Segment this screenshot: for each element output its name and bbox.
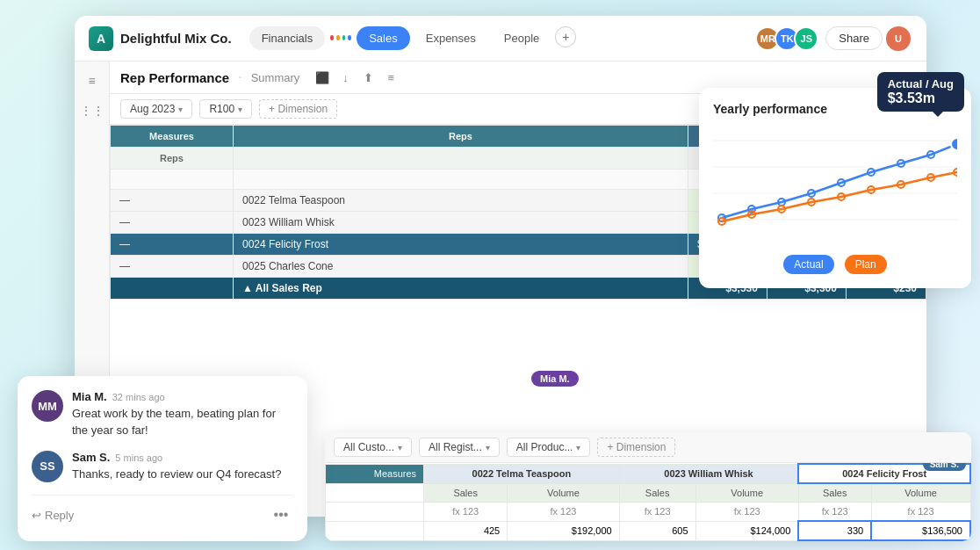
fx-b4: fx 123 <box>695 503 798 522</box>
comment-header-2: Sam S. 5 mins ago <box>72 451 281 464</box>
toolbar-icon-1[interactable]: ⬛ <box>313 69 331 86</box>
bottom-dimension-button[interactable]: + Dimension <box>597 438 675 457</box>
chart-area <box>713 123 957 246</box>
fx-b2: fx 123 <box>508 503 619 522</box>
comment-content-2: Sam S. 5 mins ago Thanks, ready to revie… <box>72 451 281 482</box>
logo-area: A Delightful Mix Co. <box>89 26 232 51</box>
val-136k: $136,500 <box>871 521 970 540</box>
sidebar-drag-icon[interactable]: ⋮⋮ <box>83 102 101 119</box>
comment-text-1: Great work by the team, beating plan for… <box>72 406 293 438</box>
sales-tab-dots <box>330 33 351 42</box>
val-124k: $124,000 <box>695 521 798 540</box>
sam-badge: Sam S. <box>923 463 966 471</box>
bottom-measures-label: Measures <box>326 464 424 483</box>
add-tab-button[interactable]: + <box>555 26 576 47</box>
empty-cell <box>326 483 424 503</box>
bottom-table-card: All Custo... ▾ All Regist... ▾ All Produ… <box>325 432 971 541</box>
measures-header: Measures <box>111 126 234 148</box>
val-425: 425 <box>424 521 508 540</box>
comments-card: MM Mia M. 32 mins ago Great work by the … <box>18 376 307 541</box>
fx-cell-2 <box>234 170 688 190</box>
sam-avatar: SS <box>32 451 63 482</box>
chevron-2: ▾ <box>486 443 490 452</box>
toolbar-icon-3[interactable]: ⬆ <box>359 69 377 86</box>
reps-header: Reps <box>234 126 688 148</box>
avatar-3: JS <box>794 26 818 51</box>
col-sales-2: Sales <box>619 483 695 503</box>
user-avatar: U <box>884 25 912 53</box>
chevron-1: ▾ <box>398 443 402 452</box>
tab-people[interactable]: People <box>492 26 551 50</box>
person-header-2: 0023 William Whisk <box>619 464 798 483</box>
bottom-filter-1[interactable]: All Custo... ▾ <box>334 438 412 457</box>
dot-red <box>330 35 334 40</box>
logo-icon: A <box>89 26 113 51</box>
row-name-3: 0024 Felicity Frost <box>234 234 688 256</box>
dimension-button[interactable]: + Dimension <box>259 99 337 119</box>
tab-expenses[interactable]: Expenses <box>414 26 488 50</box>
bottom-empty-cell <box>326 521 424 540</box>
toolbar-icon-4[interactable]: ≡ <box>382 69 400 86</box>
val-330: 330 <box>798 521 871 540</box>
col-volume-2: Volume <box>695 483 798 503</box>
toolbar-icons: ⬛ ↓ ⬆ ≡ <box>313 69 400 86</box>
sidebar-menu-icon[interactable]: ≡ <box>83 72 101 90</box>
val-605: 605 <box>619 521 695 540</box>
fx-b5: fx 123 <box>798 503 871 522</box>
row-name-1: 0022 Telma Teaspoon <box>234 190 688 212</box>
comment-header-1: Mia M. 32 mins ago <box>72 390 293 403</box>
bottom-filter-2[interactable]: All Regist... ▾ <box>419 438 500 457</box>
legend-plan[interactable]: Plan <box>845 255 887 274</box>
chart-card: Actual / Aug $3.53m Yearly performance <box>699 88 971 288</box>
bottom-table-container: Measures 0022 Telma Teaspoon 0023 Willia… <box>325 463 971 541</box>
comment-content-1: Mia M. 32 mins ago Great work by the tea… <box>72 390 293 438</box>
comment-item-2: SS Sam S. 5 mins ago Thanks, ready to re… <box>32 451 293 482</box>
svg-point-12 <box>951 138 957 150</box>
val-192k: $192,000 <box>508 521 619 540</box>
dot-blue <box>348 35 351 40</box>
share-button[interactable]: Share <box>825 26 883 50</box>
col-volume-1: Volume <box>508 483 619 503</box>
mia-avatar: MM <box>32 390 63 422</box>
legend-actual[interactable]: Actual <box>783 255 833 274</box>
row-indent-4: — <box>111 256 234 278</box>
row-indent-1: — <box>111 190 234 212</box>
total-name: ▲ All Sales Rep <box>234 278 688 300</box>
chart-svg <box>713 123 957 246</box>
view-subtitle: Summary <box>251 71 300 84</box>
reply-button[interactable]: ↩ Reply <box>32 509 74 522</box>
bottom-data-row: 425 $192,000 605 $124,000 330 $136,500 <box>326 521 971 540</box>
fx-empty <box>326 503 424 522</box>
total-indent <box>111 278 234 300</box>
chevron-3: ▾ <box>576 443 580 452</box>
range-filter-chevron: ▾ <box>238 105 242 114</box>
fx-b1: fx 123 <box>424 503 508 522</box>
toolbar-icon-2[interactable]: ↓ <box>336 69 354 86</box>
comment-text-2: Thanks, ready to review our Q4 forecast? <box>72 467 281 482</box>
comment-item-1: MM Mia M. 32 mins ago Great work by the … <box>32 390 293 438</box>
chart-legend: Actual Plan <box>713 255 957 274</box>
more-options-button[interactable]: ••• <box>269 503 293 527</box>
bottom-filter-3[interactable]: All Produc... ▾ <box>507 438 591 457</box>
dot-yellow <box>336 35 340 40</box>
toolbar-separator: · <box>238 69 241 85</box>
view-title: Rep Performance <box>120 70 229 85</box>
row-indent-2: — <box>111 212 234 234</box>
app-header: A Delightful Mix Co. Financials Sales Ex… <box>75 16 926 62</box>
range-filter[interactable]: R100 ▾ <box>199 99 252 119</box>
fx-cell-1 <box>111 170 234 190</box>
tab-sales[interactable]: Sales <box>357 26 410 50</box>
period-filter[interactable]: Aug 2023 ▾ <box>120 99 192 119</box>
reps-subheader: Reps <box>111 148 234 170</box>
tab-financials[interactable]: Financials <box>249 26 326 50</box>
chart-tooltip: Actual / Aug $3.53m <box>877 72 964 112</box>
row-name-2: 0023 William Whisk <box>234 212 688 234</box>
reply-icon: ↩ <box>32 509 41 522</box>
comment-time-1: 32 mins ago <box>112 392 165 402</box>
mia-badge: Mia M. <box>531 371 579 387</box>
comment-footer: ↩ Reply ••• <box>32 495 293 527</box>
name-subheader <box>234 148 688 170</box>
bottom-data-table: Measures 0022 Telma Teaspoon 0023 Willia… <box>325 463 971 541</box>
comment-time-2: 5 mins ago <box>115 452 162 463</box>
fx-b3: fx 123 <box>619 503 695 522</box>
